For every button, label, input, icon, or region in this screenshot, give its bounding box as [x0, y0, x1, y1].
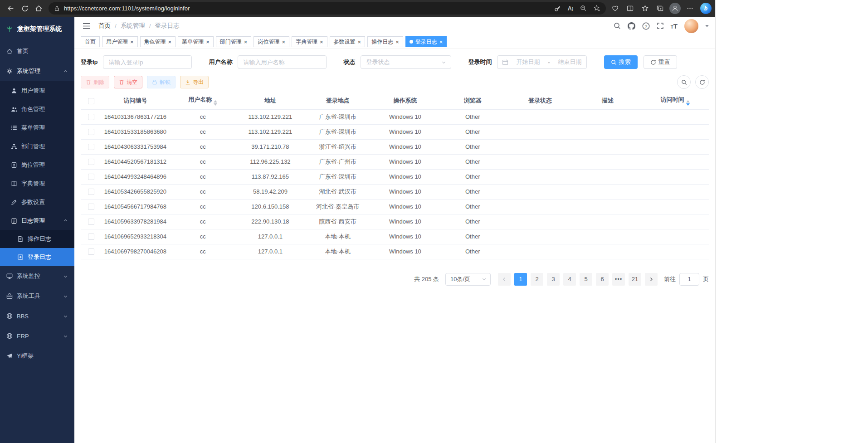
page-size-select[interactable]: 10条/页 — [445, 273, 491, 286]
sidebar-item-system-tools[interactable]: 系统工具 — [0, 286, 74, 306]
row-checkbox[interactable] — [88, 248, 94, 255]
tab-close-icon[interactable]: × — [206, 39, 210, 45]
clear-button[interactable]: 清空 — [114, 76, 142, 88]
page-button-6[interactable]: 6 — [596, 273, 609, 286]
help-icon[interactable]: ? — [642, 22, 650, 30]
table-row[interactable]: 1641069798270046208cc127.0.0.1本地-本机Windo… — [81, 244, 709, 259]
row-checkbox[interactable] — [88, 114, 94, 120]
app-logo[interactable]: 意框架管理系统 — [0, 17, 74, 41]
tab-close-icon[interactable]: × — [130, 39, 134, 45]
unlock-button[interactable]: 解锁 — [147, 76, 176, 88]
row-checkbox[interactable] — [88, 204, 94, 210]
breadcrumb-system[interactable]: 系统管理 — [121, 22, 145, 30]
sidebar-item-post-mgmt[interactable]: 岗位管理 — [0, 156, 74, 174]
tab-close-icon[interactable]: × — [358, 39, 361, 45]
login-ip-input[interactable] — [103, 55, 192, 69]
user-avatar[interactable] — [684, 19, 698, 33]
split-screen-icon[interactable] — [624, 2, 637, 15]
sidebar-item-system-monitor[interactable]: 系统监控 — [0, 266, 74, 286]
sidebar-item-user-mgmt[interactable]: 用户管理 — [0, 81, 74, 100]
page-button-3[interactable]: 3 — [547, 273, 560, 286]
sidebar-item-operation-log[interactable]: 操作日志 — [0, 230, 74, 248]
sidebar-item-dept-mgmt[interactable]: 部门管理 — [0, 137, 74, 156]
tab-4[interactable]: 菜单管理× — [178, 36, 214, 47]
add-favorite-star-icon[interactable] — [594, 5, 600, 12]
font-size-icon[interactable]: TT — [671, 23, 678, 29]
tab-8[interactable]: 参数设置× — [330, 36, 366, 47]
table-row[interactable]: 1641044993248464896cc113.87.92.165广东省-深圳… — [81, 169, 709, 184]
username-input[interactable] — [238, 55, 327, 69]
favorites-icon[interactable] — [639, 2, 652, 15]
select-all-checkbox[interactable] — [88, 98, 94, 104]
next-page-button[interactable] — [645, 273, 658, 286]
sidebar-item-menu-mgmt[interactable]: 菜单管理 — [0, 118, 74, 137]
browser-settings-menu-icon[interactable] — [683, 2, 697, 15]
breadcrumb-home[interactable]: 首页 — [98, 22, 111, 30]
read-aloud-icon[interactable]: A) — [568, 5, 573, 12]
address-bar[interactable]: https://ccnetcore.com:1101/system/log/lo… — [49, 2, 606, 15]
export-button[interactable]: 导出 — [180, 76, 209, 88]
sidebar-item-dict-mgmt[interactable]: 字典管理 — [0, 174, 74, 193]
goto-page-input[interactable] — [679, 273, 699, 286]
row-checkbox[interactable] — [88, 159, 94, 165]
sidebar-item-system-mgmt[interactable]: 系统管理 — [0, 61, 74, 81]
page-button-21[interactable]: 21 — [629, 273, 641, 286]
table-row[interactable]: 1641031533185863680cc113.102.129.221广东省-… — [81, 124, 709, 139]
prev-page-button[interactable] — [498, 273, 511, 286]
sort-icons[interactable] — [214, 100, 217, 106]
sort-icons[interactable] — [686, 100, 690, 106]
browser-refresh-button[interactable] — [18, 2, 32, 15]
page-button-1[interactable]: 1 — [514, 273, 527, 286]
table-row[interactable]: 1641044520567181312cc112.96.225.132广东省-广… — [81, 154, 709, 169]
sidebar-item-login-log[interactable]: 登录日志 — [0, 248, 74, 266]
status-select[interactable]: 登录状态 — [361, 55, 451, 69]
browser-essentials-icon[interactable] — [609, 2, 622, 15]
browser-home-button[interactable] — [32, 2, 46, 15]
tab-close-icon[interactable]: × — [282, 39, 285, 45]
sidebar-item-yi-framework[interactable]: Yi框架 — [0, 346, 74, 366]
reset-button[interactable]: 重置 — [644, 55, 677, 69]
column-header-visit-time[interactable]: 访问时间 — [641, 92, 709, 109]
fullscreen-icon[interactable] — [657, 22, 664, 29]
sidebar-item-bbs[interactable]: BBS — [0, 306, 74, 326]
tab-6[interactable]: 岗位管理× — [254, 36, 289, 47]
page-button-4[interactable]: 4 — [563, 273, 576, 286]
bing-sidebar-button[interactable]: b — [700, 3, 712, 14]
tab-3[interactable]: 角色管理× — [140, 36, 176, 47]
table-row[interactable]: 1641059633978281984cc222.90.130.18陕西省-西安… — [81, 214, 709, 229]
collections-icon[interactable] — [653, 2, 667, 15]
sidebar-toggle-button[interactable] — [81, 21, 92, 31]
tab-7[interactable]: 字典管理× — [292, 36, 327, 47]
tab-close-icon[interactable]: × — [439, 39, 443, 45]
tab-2[interactable]: 用户管理× — [102, 36, 138, 47]
tab-close-icon[interactable]: × — [244, 39, 248, 45]
github-icon[interactable] — [628, 22, 635, 30]
tab-9[interactable]: 操作日志× — [367, 36, 403, 47]
tab-1[interactable]: 首页 — [81, 36, 100, 47]
table-refresh-button[interactable] — [695, 75, 709, 89]
navbar-search-icon[interactable] — [614, 22, 621, 29]
row-checkbox[interactable] — [88, 129, 94, 135]
row-checkbox[interactable] — [88, 234, 94, 240]
tab-close-icon[interactable]: × — [168, 39, 172, 45]
browser-back-button[interactable] — [4, 2, 18, 15]
table-row[interactable]: 1641054566717984768cc120.6.150.158河北省-秦皇… — [81, 199, 709, 214]
page-button-2[interactable]: 2 — [531, 273, 543, 286]
sidebar-item-param-settings[interactable]: 参数设置 — [0, 193, 74, 211]
tab-10[interactable]: 登录日志× — [405, 36, 447, 47]
row-checkbox[interactable] — [88, 219, 94, 225]
browser-profile-avatar[interactable] — [668, 2, 682, 15]
tab-close-icon[interactable]: × — [320, 39, 323, 45]
sidebar-item-home[interactable]: 首页 — [0, 41, 74, 61]
row-checkbox[interactable] — [88, 174, 94, 180]
table-row[interactable]: 1641053426655825920cc58.19.42.209湖北省-武汉市… — [81, 184, 709, 199]
page-ellipsis-button[interactable]: ••• — [612, 273, 625, 286]
tab-5[interactable]: 部门管理× — [216, 36, 252, 47]
sidebar-item-role-mgmt[interactable]: 角色管理 — [0, 100, 74, 118]
password-key-icon[interactable] — [554, 5, 561, 12]
sidebar-item-log-mgmt[interactable]: 日志管理 — [0, 211, 74, 230]
table-row[interactable]: 1641043063331753984cc39.171.210.78浙江省-绍兴… — [81, 139, 709, 154]
login-time-range-picker[interactable]: 开始日期 - 结束日期 — [497, 55, 587, 69]
avatar-dropdown-caret[interactable] — [705, 25, 709, 27]
row-checkbox[interactable] — [88, 189, 94, 195]
